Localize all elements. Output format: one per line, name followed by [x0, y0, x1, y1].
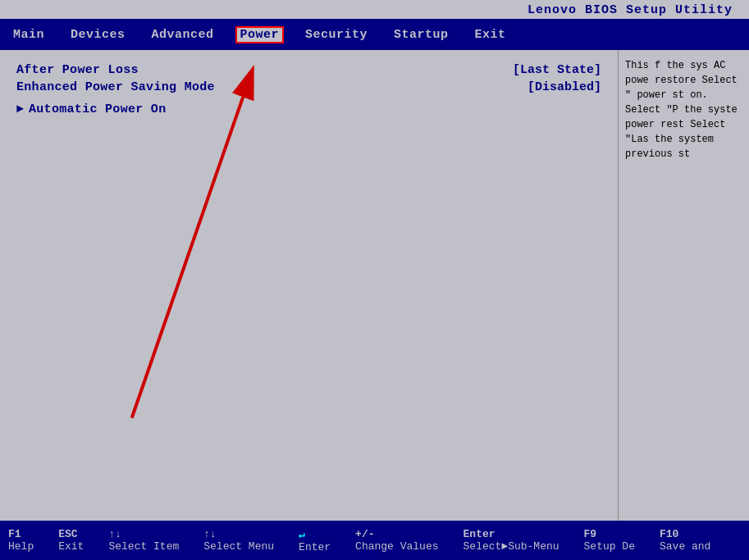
menu-item-main[interactable]: Main [8, 26, 49, 43]
status-action-f1: Help [8, 540, 34, 553]
setting-row-power-loss: After Power Loss [Last State] [16, 63, 601, 77]
setting-row-power-saving: Enhanced Power Saving Mode [Disabled] [16, 80, 601, 94]
status-f10: F10 Save and [660, 528, 710, 553]
status-key-f1: F1 [8, 528, 21, 540]
status-plusminus: ↵ Enter [299, 528, 331, 553]
menu-item-startup[interactable]: Startup [389, 26, 454, 43]
status-arrows2: ↑↓ Select Menu [203, 528, 274, 553]
bios-title: Lenovo BIOS Setup Utility [527, 3, 733, 17]
status-action-arrows-t2: Select Menu [203, 540, 274, 553]
status-key-esc: ESC [58, 528, 77, 540]
status-key-f10: F10 [660, 528, 678, 540]
status-key-f9: F9 [584, 528, 597, 540]
main-panel: After Power Loss [Last State] Enhanced P… [0, 50, 618, 521]
status-f1: F1 Help [8, 528, 34, 553]
status-key-submenu: Enter [464, 528, 496, 540]
submenu-arrow-icon: ► [16, 102, 24, 116]
content-area: After Power Loss [Last State] Enhanced P… [0, 50, 749, 521]
menu-item-devices[interactable]: Devices [66, 26, 130, 43]
status-esc: ESC Exit [58, 528, 84, 553]
status-bar: F1 Help ESC Exit ↑↓ Select Item ↑↓ Selec… [0, 521, 749, 560]
setting-label-power-loss: After Power Loss [16, 63, 139, 77]
status-f9: F9 Setup De [584, 528, 635, 553]
status-action-f10: Save and [660, 540, 710, 553]
status-change: +/- Change Values [355, 528, 438, 553]
menu-bar: Main Devices Advanced Power Security Sta… [0, 19, 749, 50]
submenu-automatic-power-on[interactable]: ► Automatic Power On [16, 102, 601, 116]
status-arrows: ↑↓ Select Item [108, 528, 179, 553]
status-key-enter-highlight: ↵ [299, 528, 305, 541]
help-text: This f the sys AC powe restore Select " … [625, 60, 738, 160]
menu-item-security[interactable]: Security [300, 26, 372, 43]
status-submenu: Enter Select►Sub-Menu [464, 528, 559, 553]
status-action-f9: Setup De [584, 540, 635, 553]
status-key-arrows-t1: ↑↓ [108, 528, 121, 540]
menu-item-advanced[interactable]: Advanced [147, 26, 219, 43]
svg-line-1 [132, 97, 244, 417]
setting-label-power-saving: Enhanced Power Saving Mode [16, 80, 215, 94]
submenu-label: Automatic Power On [29, 102, 166, 116]
status-action-submenu: Select►Sub-Menu [464, 540, 559, 553]
status-action-arrows-t1: Select Item [108, 540, 179, 553]
status-action-plusminus: Enter [299, 541, 331, 553]
status-action-change: Change Values [355, 540, 438, 553]
bios-screen: Lenovo BIOS Setup Utility Main Devices A… [0, 0, 749, 560]
menu-item-power[interactable]: Power [235, 26, 285, 43]
setting-value-power-loss[interactable]: [Last State] [513, 63, 601, 77]
menu-item-exit[interactable]: Exit [470, 26, 511, 43]
status-action-esc: Exit [58, 540, 84, 553]
right-help-panel: This f the sys AC powe restore Select " … [618, 50, 749, 521]
status-key-change: +/- [355, 528, 374, 540]
status-key-arrows-t2: ↑↓ [203, 528, 217, 540]
annotation-arrow [0, 50, 618, 521]
setting-value-power-saving[interactable]: [Disabled] [527, 80, 601, 94]
title-bar: Lenovo BIOS Setup Utility [0, 0, 749, 19]
